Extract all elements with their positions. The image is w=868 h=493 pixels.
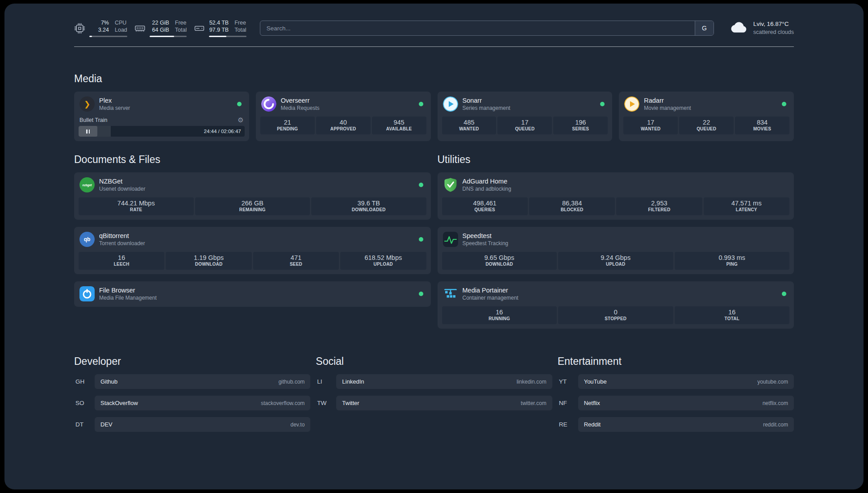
section-title-social: Social	[316, 355, 552, 368]
card-sonarr[interactable]: Sonarr Series management 485 WANTED 17 Q…	[438, 92, 613, 141]
stat-value: 22	[680, 119, 733, 126]
card-speedtest[interactable]: Speedtest Speedtest Tracking 9.65 Gbps D…	[438, 227, 794, 274]
stat-label: RUNNING	[443, 316, 556, 321]
memory-label-top: Free	[175, 19, 187, 26]
card-nzbget[interactable]: nzbget NZBGet Usenet downloader 744.21 M…	[74, 172, 431, 220]
bookmark-name: DEV	[100, 421, 113, 428]
plex-icon: ❯	[79, 96, 95, 112]
service-description: Media Requests	[281, 105, 320, 112]
stat-value: 17	[624, 119, 677, 126]
bookmark-item-linkedin[interactable]: LI LinkedIn linkedin.com	[316, 374, 552, 389]
service-name: Radarr	[644, 96, 691, 105]
bookmark-item-netflix[interactable]: NF Netflix netflix.com	[558, 396, 794, 410]
pause-button[interactable]	[79, 126, 97, 137]
card-portainer[interactable]: Media Portainer Container management 16 …	[438, 281, 794, 329]
stat-value: 266 GB	[196, 200, 309, 207]
service-description: Movie management	[644, 105, 691, 112]
memory-progressbar	[150, 36, 187, 37]
bookmark-item-dev[interactable]: DT DEV dev.to	[74, 417, 310, 432]
stat-label: PING	[676, 262, 789, 267]
bookmark-body: Reddit reddit.com	[578, 417, 794, 432]
card-plex[interactable]: ❯ Plex Media server Bullet Train ⚙	[74, 92, 249, 141]
status-dot	[782, 102, 786, 106]
adguard-shield-icon	[443, 177, 458, 192]
stat-value: 744.21 Mbps	[79, 200, 193, 207]
bookmark-abbr: RE	[558, 421, 578, 428]
stat-box: 834 MOVIES	[735, 117, 789, 134]
card-radarr[interactable]: Radarr Movie management 17 WANTED 22 QUE…	[619, 92, 794, 141]
stat-label: FILTERED	[617, 207, 701, 212]
stat-label: UPLOAD	[341, 262, 425, 267]
bookmark-group-developer: Developer GH Github github.com SO StackO…	[74, 355, 310, 432]
player-time: 24:44 / 02:06:47	[204, 129, 245, 134]
memory-total-value: 64 GiB	[150, 26, 169, 33]
bookmark-body: Github github.com	[95, 374, 310, 389]
stat-value: 498,461	[443, 200, 527, 207]
bookmark-abbr: YT	[558, 378, 578, 385]
bookmark-abbr: NF	[558, 400, 578, 406]
stat-box: 22 QUEUED	[679, 117, 734, 134]
stat-box: 0.993 ms PING	[675, 252, 790, 270]
card-filebrowser[interactable]: File Browser Media File Management	[74, 281, 431, 307]
service-name: Plex	[99, 96, 130, 105]
stat-box: 618.52 Mbps UPLOAD	[340, 252, 426, 270]
cpu-label-top: CPU	[115, 19, 127, 26]
memory-free-value: 22 GiB	[150, 19, 169, 26]
stat-value: 2,953	[617, 200, 701, 207]
stat-value: 196	[554, 119, 607, 126]
bookmark-item-twitter[interactable]: TW Twitter twitter.com	[316, 396, 552, 410]
stat-value: 21	[261, 119, 314, 126]
cpu-label-bottom: Load	[115, 26, 127, 33]
stat-label: LATENCY	[705, 207, 789, 212]
bookmark-item-github[interactable]: GH Github github.com	[74, 374, 310, 389]
status-dot	[600, 102, 605, 106]
pause-icon	[86, 130, 88, 134]
stat-value: 86,384	[530, 200, 614, 207]
bookmark-body: Netflix netflix.com	[578, 396, 794, 410]
card-qbittorrent[interactable]: qb qBittorrent Torrent downloader 16 LEE…	[74, 227, 431, 274]
player-progressbar[interactable]: 24:44 / 02:06:47	[79, 126, 245, 137]
documents-column: Documents & Files nzbget NZBGet Usenet d…	[74, 154, 431, 307]
service-name: NZBGet	[99, 177, 145, 186]
section-title-documents: Documents & Files	[74, 154, 431, 166]
status-dot	[419, 183, 423, 187]
service-name: AdGuard Home	[463, 177, 511, 186]
card-adguard[interactable]: AdGuard Home DNS and adblocking 498,461 …	[438, 172, 794, 220]
bookmark-url: youtube.com	[757, 379, 788, 385]
service-name: Overseerr	[281, 96, 320, 105]
bookmark-url: linkedin.com	[517, 379, 547, 385]
bookmark-item-youtube[interactable]: YT YouTube youtube.com	[558, 374, 794, 389]
search-input[interactable]	[260, 21, 695, 35]
resource-widgets: 7% 3.24 CPU Load	[74, 19, 246, 38]
search-engine-button[interactable]: G	[695, 21, 714, 35]
stat-label: DOWNLOADED	[312, 207, 426, 212]
player-settings-gear-icon[interactable]: ⚙	[238, 117, 243, 123]
topbar-divider	[74, 46, 794, 47]
stat-label: QUEUED	[680, 126, 733, 131]
bookmark-name: StackOverflow	[100, 400, 138, 406]
disk-free-value: 52.4 TB	[209, 19, 229, 26]
stat-label: RATE	[79, 207, 193, 212]
bookmark-item-reddit[interactable]: RE Reddit reddit.com	[558, 417, 794, 432]
hard-drive-icon	[194, 23, 205, 34]
stat-value: 945	[373, 119, 426, 126]
bookmark-url: twitter.com	[521, 400, 546, 406]
stat-box: 498,461 QUERIES	[442, 197, 528, 215]
service-description: Media File Management	[99, 295, 157, 301]
bookmark-name: YouTube	[584, 378, 607, 385]
weather-widget: Lviv, 16.87°C scattered clouds	[730, 20, 794, 36]
bookmark-name: Netflix	[584, 400, 600, 406]
status-dot	[419, 102, 423, 106]
weather-location: Lviv, 16.87°C	[753, 20, 794, 28]
stat-value: 9.24 Gbps	[559, 254, 672, 261]
sonarr-icon	[443, 96, 458, 112]
stat-label: QUERIES	[443, 207, 527, 212]
stat-value: 618.52 Mbps	[341, 254, 425, 261]
bookmark-item-stackoverflow[interactable]: SO StackOverflow stackoverflow.com	[74, 396, 310, 410]
service-name: Sonarr	[463, 96, 510, 105]
stat-box: 196 SERIES	[553, 117, 608, 134]
bookmark-url: stackoverflow.com	[261, 400, 305, 406]
stat-box: 744.21 Mbps RATE	[79, 197, 194, 215]
stat-box: 86,384 BLOCKED	[529, 197, 615, 215]
card-overseerr[interactable]: Overseerr Media Requests 21 PENDING 40 A…	[256, 92, 431, 141]
